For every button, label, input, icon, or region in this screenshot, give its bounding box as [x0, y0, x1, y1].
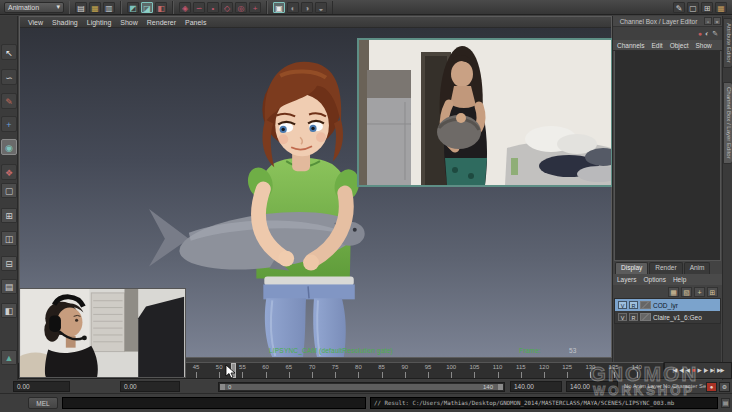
playback-start-field[interactable]: 0.00 — [120, 381, 180, 392]
move-tool[interactable]: + — [1, 116, 17, 132]
scale-tool[interactable]: ❖ — [1, 164, 17, 180]
new-layer-from-selected-icon[interactable]: ⊞ — [707, 287, 718, 297]
snap-plane-icon[interactable]: ◇ — [221, 2, 233, 13]
viewport-menu-view[interactable]: View — [28, 19, 43, 26]
range-slider-track[interactable]: 0 140 — [218, 382, 505, 392]
layer-options-icon[interactable]: ▦ — [668, 287, 679, 297]
snap-curve-icon[interactable]: ∽ — [193, 2, 205, 13]
animation-start-field[interactable]: 0.00 — [13, 381, 70, 392]
ui-elements-toggle-icon[interactable]: ▦ — [715, 2, 727, 13]
viewport-menu-lighting[interactable]: Lighting — [87, 19, 112, 26]
render-view-icon[interactable]: ▣ — [273, 2, 285, 13]
select-object-icon[interactable]: ◪ — [141, 2, 153, 13]
channel-manipulator-icon[interactable]: ● — [698, 29, 702, 38]
layer-renderable-toggle[interactable]: R — [629, 301, 638, 309]
range-slider-bar[interactable]: 0 140 — [220, 384, 503, 390]
outliner-persp-layout-button[interactable]: ◧ — [1, 303, 17, 318]
ipr-render-icon[interactable]: ◐ — [287, 2, 299, 13]
layer-visibility-toggle[interactable]: V — [618, 301, 627, 309]
layer-color-swatch[interactable] — [640, 313, 651, 321]
layer-color-swatch[interactable] — [640, 301, 651, 309]
two-pane-side-layout-button[interactable]: ◫ — [1, 231, 17, 246]
channel-pencil-icon[interactable]: ✎ — [712, 29, 718, 38]
stop-button[interactable]: ■ — [691, 366, 695, 375]
grid-toggle-icon[interactable]: ⊞ — [701, 2, 713, 13]
new-empty-layer-icon[interactable]: + — [694, 287, 705, 297]
single-pane-layout-button[interactable]: ▢ — [1, 183, 17, 198]
channel-box-tab-show[interactable]: Show — [695, 42, 711, 49]
timeline-tick — [358, 372, 359, 378]
layer-row[interactable]: VRClaire_v1_6:Geo — [615, 311, 720, 323]
render-settings-icon[interactable]: ◒ — [315, 2, 327, 13]
four-pane-layout-button[interactable]: ⊞ — [1, 208, 17, 223]
lasso-select-tool[interactable]: ∽ — [1, 69, 17, 85]
paint-select-tool[interactable]: ✎ — [1, 93, 17, 109]
viewport-menu-shading[interactable]: Shading — [52, 19, 78, 26]
animation-end-field[interactable]: 140.00 — [566, 381, 618, 392]
hypergraph-layout-button[interactable]: ▲ — [1, 350, 17, 365]
channel-list-area[interactable] — [614, 51, 721, 261]
playback-end-field[interactable]: 140.00 — [510, 381, 562, 392]
channel-box-tab-edit[interactable]: Edit — [651, 42, 662, 49]
channel-speed-icon[interactable]: ◐ — [705, 29, 709, 38]
viewport-menu-renderer[interactable]: Renderer — [147, 19, 176, 26]
snap-center-icon[interactable]: + — [249, 2, 261, 13]
new-scene-icon[interactable]: ▤ — [75, 2, 87, 13]
range-end-handle[interactable] — [498, 384, 503, 390]
layer-editor-tab-display[interactable]: Display — [615, 262, 648, 274]
layer-row[interactable]: VRCOD_lyr — [615, 299, 720, 311]
step-forward-key-button[interactable]: |▶ — [703, 366, 709, 375]
snap-grid-icon[interactable]: ◈ — [179, 2, 191, 13]
command-language-button[interactable]: MEL — [28, 397, 58, 409]
layer-menu-help[interactable]: Help — [673, 276, 686, 283]
command-input[interactable] — [62, 397, 366, 409]
character-set-label[interactable]: No Character Set — [663, 383, 708, 389]
toolbox: ↖∽✎+◉❖▢⊞◫⊟▤◧▲ — [0, 16, 18, 412]
go-to-start-button[interactable]: |◀ — [672, 366, 678, 375]
open-scene-icon[interactable]: ▦ — [89, 2, 101, 13]
layer-editor-tab-anim[interactable]: Anim — [684, 262, 711, 274]
close-panel-icon[interactable]: × — [713, 17, 721, 25]
select-tool[interactable]: ↖ — [1, 44, 17, 60]
animation-preferences-button[interactable]: ⚙ — [719, 382, 730, 392]
range-start-handle[interactable] — [220, 384, 225, 390]
layer-editor-tab-render[interactable]: Render — [649, 262, 682, 274]
grease-pencil-icon[interactable]: ✎ — [673, 2, 685, 13]
single-pane-toggle-icon[interactable]: ▢ — [687, 2, 699, 13]
layer-visibility-toggle[interactable]: V — [618, 313, 627, 321]
menu-set-dropdown[interactable]: Animation ▾ — [4, 2, 64, 13]
timeline-tick-label: 55 — [239, 364, 246, 370]
anim-layer-label[interactable]: No Anim Layer — [624, 383, 662, 389]
three-pane-layout-button[interactable]: ▤ — [1, 279, 17, 294]
step-back-frame-button[interactable]: ◀ — [685, 366, 690, 375]
side-tab-attribute-editor[interactable]: Attribute Editor — [723, 18, 732, 68]
layer-menu-layers[interactable]: Layers — [617, 276, 637, 283]
make-live-icon[interactable]: ◎ — [235, 2, 247, 13]
side-tab-channel-box[interactable]: Channel Box / Layer Editor — [723, 82, 732, 164]
render-current-icon[interactable]: ◑ — [301, 2, 313, 13]
snap-point-icon[interactable]: • — [207, 2, 219, 13]
auto-keyframe-toggle[interactable]: ● — [706, 382, 717, 392]
go-to-end-button[interactable]: ▶▶ — [716, 366, 724, 375]
viewport-menu-panels[interactable]: Panels — [185, 19, 206, 26]
timeline-tick-label: 90 — [401, 364, 408, 370]
timeline-playhead[interactable] — [231, 363, 236, 378]
play-forwards-button[interactable]: ▶ — [696, 366, 701, 375]
reference-video-frame — [359, 40, 611, 185]
channel-box-tab-object[interactable]: Object — [670, 42, 689, 49]
channel-box-title: Channel Box / Layer Editor — [613, 18, 704, 25]
channel-box-tab-channels[interactable]: Channels — [617, 42, 644, 49]
step-forward-frame-button[interactable]: ▶| — [709, 366, 715, 375]
viewport-menu-show[interactable]: Show — [120, 19, 138, 26]
layer-menu-options[interactable]: Options — [644, 276, 666, 283]
save-scene-icon[interactable]: ▥ — [103, 2, 115, 13]
rotate-tool[interactable]: ◉ — [1, 139, 17, 155]
script-editor-icon[interactable]: ▤ — [721, 398, 730, 408]
step-back-key-button[interactable]: ◀| — [678, 366, 684, 375]
new-layer-icon[interactable]: ▧ — [681, 287, 692, 297]
select-hierarchy-icon[interactable]: ◩ — [127, 2, 139, 13]
layer-renderable-toggle[interactable]: R — [629, 313, 638, 321]
dock-panel-icon[interactable]: ▫ — [704, 17, 712, 25]
two-pane-stacked-layout-button[interactable]: ⊟ — [1, 256, 17, 271]
select-component-icon[interactable]: ◧ — [155, 2, 167, 13]
